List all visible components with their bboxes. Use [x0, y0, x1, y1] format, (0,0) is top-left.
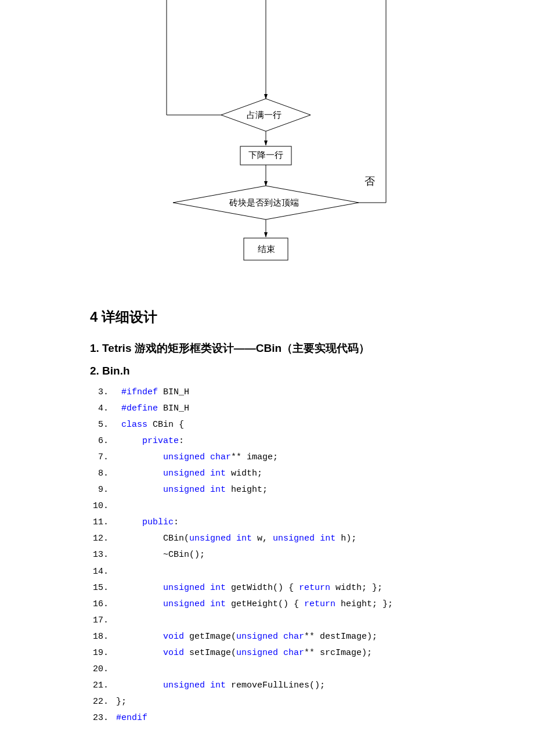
line-number: 12.	[90, 531, 109, 547]
flowchart-no-label: 否	[365, 174, 375, 188]
code-line: 21. unsigned int removeFullLines();	[90, 678, 444, 694]
line-number: 6.	[90, 433, 109, 449]
code-text: unsigned int height;	[109, 482, 268, 498]
line-number: 10.	[90, 498, 109, 514]
content-area: 4 详细设计 1. Tetris 游戏的矩形框类设计——CBin（主要实现代码）…	[0, 308, 534, 756]
heading-section-4: 4 详细设计	[90, 308, 444, 326]
flowchart-diamond1-text: 占满一行	[247, 110, 282, 121]
code-text: private:	[109, 433, 184, 449]
code-text: unsigned int getWidth() { return width; …	[109, 580, 383, 596]
code-text: void getImage(unsigned char** destImage)…	[109, 629, 377, 645]
line-number: 8.	[90, 466, 109, 482]
code-listing: 3. #ifndef BIN_H4. #define BIN_H5. class…	[90, 384, 444, 726]
code-line: 12. CBin(unsigned int w, unsigned int h)…	[90, 531, 444, 547]
code-line: 5. class CBin {	[90, 417, 444, 433]
code-line: 11. public:	[90, 514, 444, 531]
code-text: #ifndef BIN_H	[109, 384, 189, 401]
flowchart-lines	[0, 0, 534, 273]
code-line: 18. void getImage(unsigned char** destIm…	[90, 629, 444, 645]
code-text: unsigned int getHeight() { return height…	[109, 596, 393, 613]
flowchart: 占满一行 下降一行 砖块是否到达顶端 结束 否	[0, 0, 534, 273]
line-number: 17.	[90, 613, 109, 629]
code-line: 8. unsigned int width;	[90, 466, 444, 482]
code-line: 15. unsigned int getWidth() { return wid…	[90, 580, 444, 596]
code-text: void setImage(unsigned char** srcImage);	[109, 645, 372, 661]
document-page: 占满一行 下降一行 砖块是否到达顶端 结束 否 4 详细设计 1. Tetris…	[0, 0, 534, 756]
line-number: 5.	[90, 417, 109, 433]
code-text: ~CBin();	[109, 547, 205, 563]
line-number: 18.	[90, 629, 109, 645]
line-number: 21.	[90, 678, 109, 694]
line-number: 16.	[90, 596, 109, 613]
code-line: 10.	[90, 498, 444, 514]
flowchart-diamond2-text: 砖块是否到达顶端	[229, 197, 299, 208]
code-text: public:	[109, 514, 179, 531]
flowchart-box2-text: 结束	[258, 244, 275, 255]
code-line: 19. void setImage(unsigned char** srcIma…	[90, 645, 444, 661]
code-text: unsigned int width;	[109, 466, 262, 482]
code-text: #endif	[109, 710, 147, 726]
heading-sub-1: 1. Tetris 游戏的矩形框类设计——CBin（主要实现代码）	[90, 341, 444, 356]
code-text: unsigned int removeFullLines();	[109, 678, 325, 694]
code-line: 3. #ifndef BIN_H	[90, 384, 444, 401]
line-number: 20.	[90, 661, 109, 678]
code-line: 4. #define BIN_H	[90, 401, 444, 417]
line-number: 13.	[90, 547, 109, 563]
code-line: 22. };	[90, 694, 444, 710]
heading-sub-2: 2. Bin.h	[90, 365, 444, 377]
line-number: 3.	[90, 384, 109, 401]
line-number: 11.	[90, 514, 109, 531]
line-number: 9.	[90, 482, 109, 498]
code-text: #define BIN_H	[109, 401, 189, 417]
line-number: 19.	[90, 645, 109, 661]
line-number: 4.	[90, 401, 109, 417]
code-line: 13. ~CBin();	[90, 547, 444, 563]
line-number: 7.	[90, 449, 109, 466]
code-text: class CBin {	[109, 417, 184, 433]
code-text: CBin(unsigned int w, unsigned int h);	[109, 531, 356, 547]
code-line: 9. unsigned int height;	[90, 482, 444, 498]
code-line: 14.	[90, 564, 444, 580]
code-text: unsigned char** image;	[109, 449, 278, 466]
code-line: 17.	[90, 613, 444, 629]
code-text: };	[109, 694, 127, 710]
code-line: 7. unsigned char** image;	[90, 449, 444, 466]
code-line: 16. unsigned int getHeight() { return he…	[90, 596, 444, 613]
line-number: 15.	[90, 580, 109, 596]
line-number: 22.	[90, 694, 109, 710]
code-line: 6. private:	[90, 433, 444, 449]
flowchart-box1-text: 下降一行	[248, 150, 283, 161]
code-line: 23. #endif	[90, 710, 444, 726]
line-number: 14.	[90, 564, 109, 580]
line-number: 23.	[90, 710, 109, 726]
code-line: 20.	[90, 661, 444, 678]
